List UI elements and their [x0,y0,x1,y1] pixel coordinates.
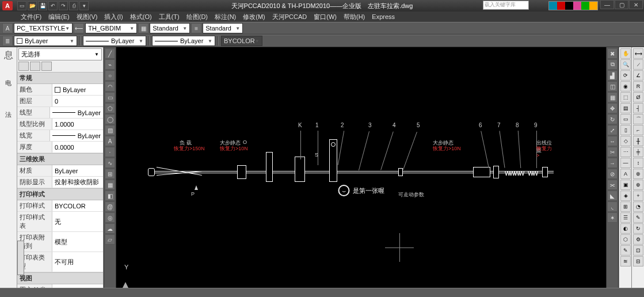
table-icon[interactable]: ▦ [105,180,115,190]
nav-orbit-icon[interactable]: ⟳ [620,70,631,81]
break-icon[interactable]: ⊘ [607,169,618,179]
close-button[interactable]: ✕ [629,0,643,9]
line-icon[interactable]: ╱ [105,48,115,59]
qat-undo-icon[interactable]: ↶ [48,1,58,10]
hatch-icon[interactable]: ▨ [105,125,115,135]
rotate-icon[interactable]: ↻ [607,114,618,124]
helix-icon[interactable]: @ [105,201,115,212]
nav-show-icon[interactable]: ▤ [620,103,631,113]
prop-toggle-icon[interactable] [41,62,52,71]
qat-open-icon[interactable]: 📂 [28,1,37,10]
trim-icon[interactable]: ✂ [607,147,618,157]
menu-edit[interactable]: 编辑(E) [45,13,73,21]
nav-f-icon[interactable]: ◐ [620,223,631,234]
array-icon[interactable]: ▦ [607,92,618,102]
qat-new-icon[interactable]: ▭ [17,1,26,10]
menu-pccad[interactable]: 天河PCCAD [269,13,311,21]
dim-dia-icon[interactable]: Ø [633,92,643,102]
nav-e-icon[interactable]: ☰ [620,212,631,223]
wipeout-icon[interactable]: ▱ [105,234,115,245]
rect-icon[interactable]: ▭ [105,92,115,102]
prop-linetype[interactable]: ByLayer [49,107,103,118]
pline-icon[interactable]: ⌁ [105,59,115,70]
dim-rad-icon[interactable]: R [633,81,643,92]
block-icon[interactable]: ⊞ [105,169,115,179]
dim-ang-icon[interactable]: ∠ [633,70,643,81]
text-icon[interactable]: A [105,136,115,146]
minimize-button[interactable]: — [600,0,614,9]
menu-modify[interactable]: 修改(M) [239,13,269,21]
nav-more-icon[interactable]: ⋯ [620,147,631,157]
explode-icon[interactable]: ✶ [607,212,618,223]
prop-layer[interactable]: 0 [52,96,103,106]
menu-tools[interactable]: 工具(T) [155,13,183,21]
revcloud-icon[interactable]: ☁ [105,223,115,234]
spline-icon[interactable]: ∿ [105,158,115,168]
color-chip[interactable] [581,2,589,10]
menu-format[interactable]: 格式(O) [127,13,155,21]
prop-material[interactable]: ByLayer [52,165,103,176]
menu-draw[interactable]: 绘图(D) [183,13,211,21]
nav-front-icon[interactable]: ▯ [620,125,631,135]
nav-g-icon[interactable]: ⬡ [620,234,631,245]
prop-pick-icon[interactable] [18,62,29,71]
menu-view[interactable]: 视图(V) [73,13,101,21]
dim-ord-icon[interactable]: ┤ [633,103,643,113]
prop-selection-combo[interactable]: 无选择▼ [18,48,102,60]
menu-express[interactable]: Express [368,13,398,20]
prop-plottable[interactable]: 无 [52,212,103,231]
dim-ali-icon[interactable]: ⟋ [633,59,643,70]
qat-save-icon[interactable]: 💾 [38,1,47,10]
nav-d-icon[interactable]: ⊞ [620,201,631,212]
nav-top-icon[interactable]: ▭ [620,114,631,124]
dim-x1-icon[interactable]: ⊡ [633,245,643,256]
prop-lineweight[interactable]: ByLayer [49,130,103,141]
menu-help[interactable]: 帮助(H) [340,13,368,21]
tablestyle-combo[interactable]: Standard▼ [150,23,190,33]
dim-sp-icon[interactable]: ↕ [633,158,643,168]
section-view[interactable]: 视图 [17,272,103,284]
section-render[interactable]: 三维效果 [17,153,103,165]
prop-plottype[interactable]: 不可用 [52,252,103,272]
textstyle-icon[interactable]: A [2,23,13,33]
copy-icon[interactable]: ⧉ [607,59,618,70]
menu-insert[interactable]: 插入(I) [101,13,126,21]
chamfer-icon[interactable]: ◣ [607,191,618,201]
dimstyle-combo[interactable]: TH_GBDIM▼ [85,23,137,33]
point-icon[interactable]: · [105,147,115,157]
dim-lin-icon[interactable]: ⟷ [633,48,643,59]
join-icon[interactable]: ⫘ [607,180,618,190]
color-chip[interactable] [557,2,565,10]
lineweight-combo[interactable]: ByLayer▼ [152,36,215,46]
dim-sty-icon[interactable]: ⚙ [633,234,643,245]
prop-plotstyle[interactable]: BYCOLOR [52,200,103,211]
layermgr-icon[interactable]: ≣ [2,36,13,46]
prop-shadow[interactable]: 投射和接收阴影 [52,177,103,188]
app-logo[interactable]: A [2,1,13,10]
dim-x2-icon[interactable]: ⊟ [633,256,643,266]
qat-redo-icon[interactable]: ↷ [59,1,68,10]
color-chip[interactable] [589,2,597,10]
menu-dim[interactable]: 标注(N) [211,13,239,21]
drawing-canvas[interactable]: wwww ww K 1 2 3 4 5 6 7 8 9 负 载 [116,47,606,295]
section-general[interactable]: 常规 [17,72,103,84]
nav-b-icon[interactable]: ▣ [620,180,631,190]
help-search-input[interactable]: 载入关键字库 [483,1,529,10]
mlstyle-icon[interactable]: ≡ [191,23,201,33]
poly-icon[interactable]: ⬠ [105,103,115,113]
dim-tol-icon[interactable]: ⊕ [633,180,643,190]
nav-pan-icon[interactable]: ✋ [620,48,631,59]
scale-icon[interactable]: ⤢ [607,125,618,135]
qat-more-icon[interactable]: ▾ [79,1,89,10]
region-icon[interactable]: ◧ [105,191,115,201]
dim-ctr-icon[interactable]: + [633,191,643,201]
prop-color[interactable]: ByLayer [52,84,103,95]
nav-iso-icon[interactable]: ◇ [620,136,631,146]
arc-icon[interactable]: ◠ [105,81,115,92]
nav-i-icon[interactable]: ≋ [620,256,631,266]
textstyle-combo[interactable]: PC_TEXTSTYLE▼ [14,23,73,33]
fillet-icon[interactable]: ◟ [607,201,618,212]
stretch-icon[interactable]: ↔ [607,136,618,146]
donut-icon[interactable]: ◎ [105,212,115,223]
linetype-combo[interactable]: ByLayer▼ [83,36,146,46]
